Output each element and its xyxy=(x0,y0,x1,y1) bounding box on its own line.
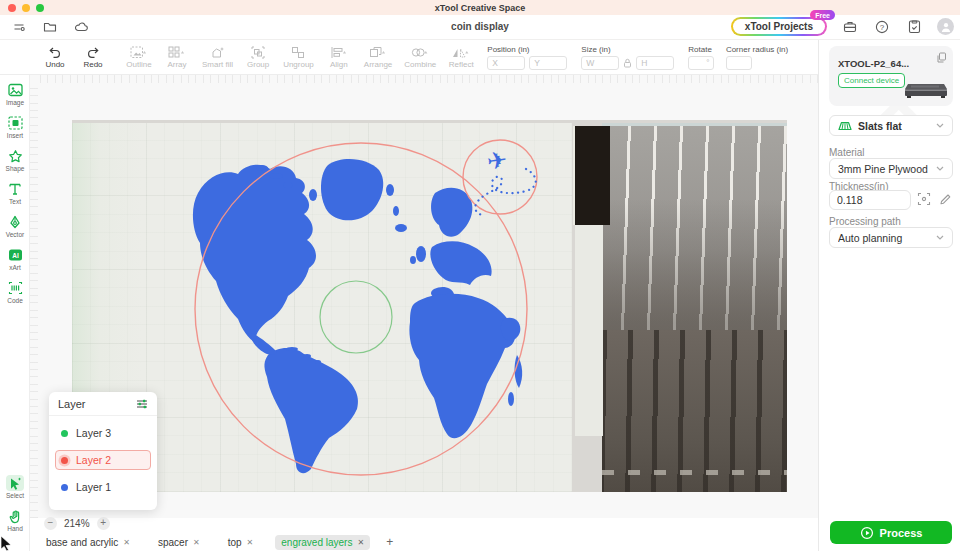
layer2-color-dot xyxy=(61,457,68,464)
group-button[interactable]: Group xyxy=(245,45,271,69)
layer-row-3[interactable]: Layer 3 xyxy=(55,423,151,443)
insert-icon xyxy=(6,115,24,131)
ungroup-button[interactable]: Ungroup xyxy=(283,45,314,69)
reflect-button[interactable]: Reflect xyxy=(448,45,474,69)
undo-button[interactable]: Undo xyxy=(42,45,68,69)
tab-top[interactable]: top ✕ xyxy=(222,535,260,550)
corner-radius-input[interactable] xyxy=(726,56,752,70)
zoom-out-button[interactable]: − xyxy=(44,517,57,530)
zoom-level: 214% xyxy=(64,518,90,529)
layer-settings-icon[interactable] xyxy=(136,398,148,410)
size-group: Size (in) xyxy=(581,45,674,70)
copy-icon[interactable] xyxy=(936,52,946,63)
arrange-button[interactable]: Arrange xyxy=(364,45,392,69)
layer3-color-dot xyxy=(61,430,68,437)
help-icon[interactable]: ? xyxy=(873,18,891,36)
vector-pen-icon xyxy=(6,214,24,230)
svg-text:?: ? xyxy=(880,22,885,31)
lock-aspect-icon[interactable] xyxy=(623,58,632,68)
material-torn-edge xyxy=(575,220,603,436)
close-tab-icon[interactable]: ✕ xyxy=(193,538,200,547)
sidebar-item-code[interactable]: Code xyxy=(0,280,30,304)
svg-text:AI: AI xyxy=(12,252,19,259)
dropdown-caret xyxy=(143,51,146,53)
app-window: xTool Creative Space coin display xTool … xyxy=(0,0,960,551)
tool-sidebar: Image Insert Shape Text Vector AI xArt xyxy=(0,75,30,551)
sidebar-item-shape[interactable]: Shape xyxy=(0,148,30,172)
chevron-down-icon xyxy=(936,123,944,128)
device-card: XTOOL-P2_64... Connect device xyxy=(829,46,953,106)
process-button[interactable]: Process xyxy=(830,521,952,544)
tab-base-and-acrylic[interactable]: base and acrylic ✕ xyxy=(40,535,136,550)
material-select[interactable]: 3mm Pine Plywood xyxy=(829,158,953,179)
layer1-color-dot xyxy=(61,484,68,491)
select-cursor-icon xyxy=(6,475,24,491)
processing-path-label: Processing path xyxy=(829,216,901,227)
degree-unit: ° xyxy=(706,58,709,67)
device-image xyxy=(903,76,949,100)
play-icon xyxy=(860,526,874,540)
xtool-projects-button[interactable]: xTool Projects Free xyxy=(731,17,827,36)
image-icon xyxy=(6,82,24,98)
xtool-projects-label: xTool Projects xyxy=(733,19,825,34)
position-group: Position (in) xyxy=(487,45,567,70)
bed-slats-upper xyxy=(602,123,787,333)
sidebar-item-insert[interactable]: Insert xyxy=(0,115,30,139)
camera-bed-view xyxy=(72,120,787,492)
sidebar-item-xart[interactable]: AI xArt xyxy=(0,247,30,271)
mouse-cursor xyxy=(0,536,13,551)
redo-icon xyxy=(86,45,100,59)
connect-device-button[interactable]: Connect device xyxy=(838,73,905,88)
layer-row-1[interactable]: Layer 1 xyxy=(55,477,151,497)
chevron-down-icon xyxy=(936,235,944,240)
avatar[interactable] xyxy=(937,18,954,35)
material-label: Material xyxy=(829,147,865,158)
slats-flat-icon xyxy=(838,120,852,132)
close-tab-icon[interactable]: ✕ xyxy=(123,538,130,547)
tab-engraved-layers[interactable]: engraved layers ✕ xyxy=(275,535,370,550)
close-tab-icon[interactable]: ✕ xyxy=(247,538,254,547)
position-y-input[interactable] xyxy=(529,56,567,70)
sidebar-item-select[interactable]: Select xyxy=(0,475,30,499)
tab-spacer[interactable]: spacer ✕ xyxy=(152,535,206,550)
position-x-input[interactable] xyxy=(487,56,525,70)
size-h-input[interactable] xyxy=(636,56,674,70)
rotate-input[interactable] xyxy=(688,56,714,70)
array-button[interactable]: Array xyxy=(164,45,190,69)
sidebar-item-vector[interactable]: Vector xyxy=(0,214,30,238)
bed-slats-marks xyxy=(602,470,787,475)
smart-fill-button[interactable]: Smart fill xyxy=(202,45,233,69)
hand-icon xyxy=(6,508,24,524)
ruler-vertical xyxy=(30,83,38,518)
menubar: coin display xTool Projects Free ? xyxy=(0,15,960,40)
sidebar-item-image[interactable]: Image xyxy=(0,82,30,106)
size-w-input[interactable] xyxy=(581,56,619,70)
combine-button[interactable]: Combine xyxy=(404,45,436,69)
toolbar: Undo Redo Outline Array Smart fill Group xyxy=(0,40,818,75)
rotate-group: Rotate ° xyxy=(688,45,712,70)
canvas-tabs: base and acrylic ✕ spacer ✕ top ✕ engrav… xyxy=(40,533,393,551)
bed-gap-dark xyxy=(573,126,610,225)
bed-mode-select[interactable]: Slats flat xyxy=(829,115,953,136)
layers-panel: Layer Layer 3 Layer 2 Layer 1 xyxy=(49,392,157,510)
sidebar-item-hand[interactable]: Hand xyxy=(0,508,30,532)
zoom-in-button[interactable]: + xyxy=(97,517,110,530)
edit-pencil-icon[interactable] xyxy=(939,192,952,206)
feedback-icon[interactable] xyxy=(905,18,923,36)
workspace-icon[interactable] xyxy=(841,18,859,36)
close-tab-icon[interactable]: ✕ xyxy=(357,538,364,547)
thickness-input[interactable] xyxy=(829,190,911,210)
add-tab-button[interactable]: + xyxy=(386,535,393,549)
sidebar-item-text[interactable]: Text xyxy=(0,181,30,205)
right-panel: ✕ XTOOL-P2_64... Connect device Slats fl… xyxy=(818,40,960,551)
outline-button[interactable]: Outline xyxy=(126,45,152,69)
text-icon xyxy=(6,181,24,197)
chevron-down-icon xyxy=(936,166,944,171)
processing-path-select[interactable]: Auto planning xyxy=(829,227,953,248)
align-button[interactable]: Align xyxy=(326,45,352,69)
corner-radius-group: Corner radius (in) xyxy=(726,45,788,70)
xart-ai-icon: AI xyxy=(6,247,24,263)
auto-measure-icon[interactable] xyxy=(917,192,931,206)
layer-row-2[interactable]: Layer 2 xyxy=(55,450,151,470)
redo-button[interactable]: Redo xyxy=(80,45,106,69)
